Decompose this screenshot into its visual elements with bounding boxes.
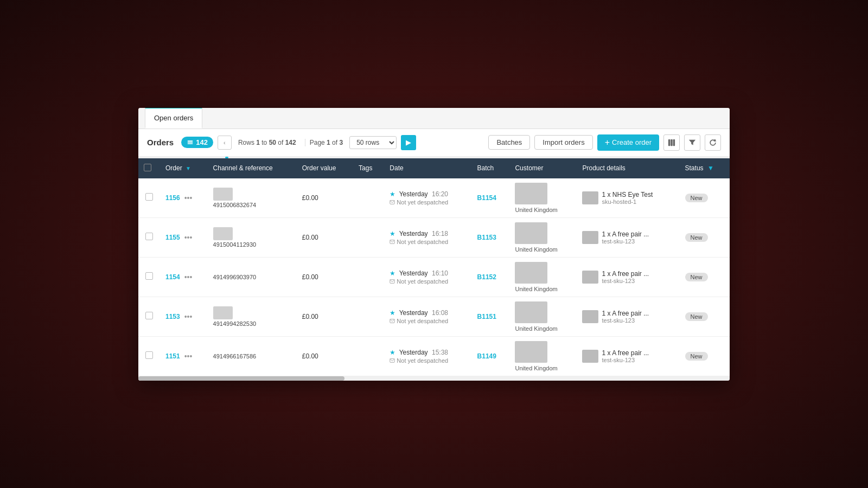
date-time: 16:10 — [432, 269, 448, 277]
col-header-batch: Batch — [472, 158, 510, 178]
columns-button[interactable] — [663, 134, 680, 151]
order-id-link[interactable]: 1154 — [165, 273, 180, 281]
date-cell: ★ Yesterday 16:20 Not yet despatched — [384, 178, 471, 218]
batch-link[interactable]: B1151 — [477, 313, 496, 320]
channel-thumbnail — [213, 188, 233, 201]
scrollbar-thumb[interactable] — [138, 376, 344, 381]
customer-thumbnail — [515, 301, 547, 323]
layers-icon — [187, 139, 194, 146]
batch-cell: B1153 — [472, 217, 510, 257]
product-thumbnail — [582, 231, 598, 244]
main-window: Open orders Orders 142 ‹ Rows 1 to 50 of… — [138, 108, 730, 381]
table-row[interactable]: 1154 ••• 4914996903970 £0.00 ★ Yesterday… — [138, 257, 730, 297]
row-checkbox[interactable] — [145, 312, 153, 319]
order-sort-icon[interactable]: ▼ — [186, 165, 191, 171]
despatch-status: Not yet despatched — [390, 199, 466, 206]
rows-per-page-select[interactable]: 50 rows 25 rows 100 rows — [349, 136, 397, 149]
batch-cell: B1149 — [472, 336, 510, 376]
batch-cell: B1151 — [472, 297, 510, 336]
despatch-status: Not yet despatched — [390, 278, 466, 285]
batch-link[interactable]: B1154 — [477, 194, 496, 202]
product-sku: test-sku-123 — [602, 317, 649, 324]
header-checkbox-cell[interactable] — [138, 158, 160, 178]
batch-cell: B1154 — [472, 178, 510, 218]
row-checkbox[interactable] — [145, 351, 153, 359]
date-label: Yesterday — [399, 190, 428, 198]
svg-rect-0 — [188, 143, 193, 144]
row-checkbox-cell[interactable] — [138, 217, 160, 257]
row-checkbox[interactable] — [145, 272, 153, 280]
order-options-button[interactable]: ••• — [184, 312, 193, 321]
product-sku: test-sku-123 — [602, 278, 649, 284]
batch-link[interactable]: B1152 — [477, 273, 496, 281]
refresh-button[interactable] — [705, 134, 721, 151]
batch-link[interactable]: B1149 — [477, 352, 496, 360]
table-row[interactable]: 1156 ••• 4915006832674 £0.00 ★ Yesterday… — [138, 178, 730, 218]
next-page-button[interactable]: ▶ — [401, 135, 416, 150]
import-orders-button[interactable]: Import orders — [534, 135, 592, 150]
rows-info: Rows 1 to 50 of 142 — [238, 139, 296, 146]
despatch-status: Not yet despatched — [390, 357, 466, 364]
select-all-checkbox[interactable] — [144, 164, 151, 171]
batches-button[interactable]: Batches — [488, 135, 530, 150]
row-checkbox-cell[interactable] — [138, 336, 160, 376]
channel-ref-cell: 4915006832674 — [208, 178, 297, 218]
svg-rect-1 — [188, 142, 193, 143]
row-checkbox-cell[interactable] — [138, 257, 160, 297]
order-options-button[interactable]: ••• — [184, 273, 193, 281]
row-checkbox-cell[interactable] — [138, 297, 160, 336]
col-header-tags: Tags — [353, 158, 384, 178]
columns-icon — [668, 139, 675, 146]
row-checkbox-cell[interactable] — [138, 178, 160, 218]
order-value-cell: £0.00 — [297, 336, 353, 376]
order-id-link[interactable]: 1156 — [165, 194, 180, 202]
status-badge: New — [685, 312, 708, 321]
col-header-status: Status ▼ — [680, 158, 730, 178]
date-cell: ★ Yesterday 16:10 Not yet despatched — [384, 257, 471, 297]
order-options-button[interactable]: ••• — [184, 233, 193, 242]
order-cell: 1153 ••• — [160, 297, 208, 336]
customer-country: United Kingdom — [515, 246, 571, 253]
tab-bar: Open orders — [138, 108, 730, 129]
row-checkbox[interactable] — [145, 193, 153, 201]
date-time: 15:38 — [432, 349, 448, 356]
prev-page-button[interactable]: ‹ — [218, 136, 232, 150]
col-header-channel: Channel & reference — [208, 158, 297, 178]
order-id-link[interactable]: 1151 — [165, 352, 180, 360]
channel-thumbnail — [213, 227, 233, 240]
col-header-product: Product details — [577, 158, 679, 178]
table-row[interactable]: 1153 ••• 4914994282530 £0.00 ★ Yesterday… — [138, 297, 730, 336]
order-id-link[interactable]: 1155 — [165, 234, 180, 241]
funnel-icon — [688, 139, 696, 146]
star-icon: ★ — [390, 309, 395, 317]
refresh-icon — [709, 139, 717, 146]
tags-cell — [353, 217, 384, 257]
row-checkbox[interactable] — [145, 233, 153, 240]
date-label: Yesterday — [399, 309, 428, 317]
customer-thumbnail — [515, 341, 547, 363]
horizontal-scrollbar[interactable] — [138, 376, 730, 381]
date-time: 16:08 — [432, 309, 448, 317]
status-cell: New — [680, 257, 730, 297]
product-thumbnail — [582, 310, 598, 323]
plus-icon: + — [605, 138, 610, 147]
order-options-button[interactable]: ••• — [184, 194, 193, 202]
toolbar: Orders 142 ‹ Rows 1 to 50 of 142 Page 1 … — [138, 129, 730, 157]
product-name: 1 x A free pair ... — [602, 349, 649, 357]
order-options-button[interactable]: ••• — [184, 352, 193, 361]
date-label: Yesterday — [399, 230, 428, 237]
product-cell: 1 x A free pair ... test-sku-123 — [577, 297, 679, 336]
tab-open-orders[interactable]: Open orders — [145, 108, 202, 129]
status-filter-icon[interactable]: ▼ — [707, 164, 714, 172]
batch-link[interactable]: B1153 — [477, 234, 496, 241]
table-row[interactable]: 1151 ••• 4914966167586 £0.00 ★ Yesterday… — [138, 336, 730, 376]
order-cell: 1155 ••• — [160, 217, 208, 257]
product-cell: 1 x NHS Eye Test sku-hosted-1 — [577, 178, 679, 218]
status-badge: New — [685, 352, 708, 361]
create-order-button[interactable]: + Create order — [597, 134, 659, 151]
table-row[interactable]: 1155 ••• 4915004112930 £0.00 ★ Yesterday… — [138, 217, 730, 257]
filter-button[interactable] — [684, 134, 700, 151]
status-cell: New — [680, 217, 730, 257]
product-name: 1 x A free pair ... — [602, 230, 649, 238]
order-id-link[interactable]: 1153 — [165, 313, 180, 320]
